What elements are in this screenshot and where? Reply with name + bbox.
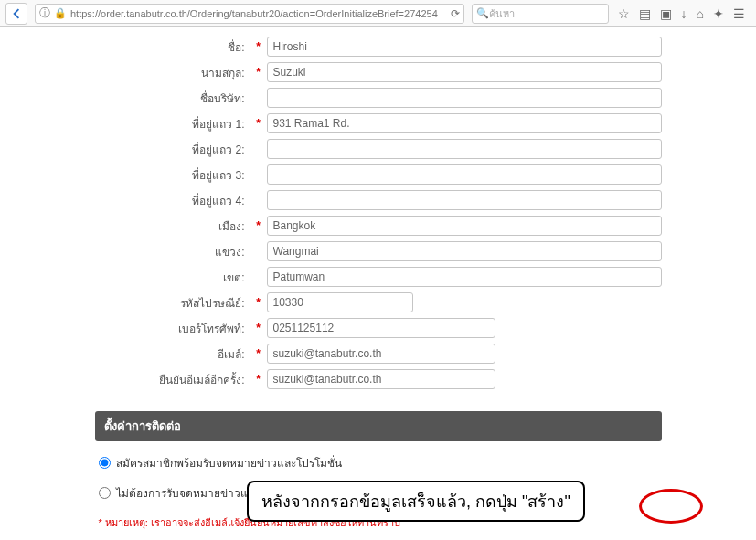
label-surname: นามสกุล:	[95, 64, 250, 81]
reload-icon[interactable]: ⟳	[451, 7, 460, 20]
area-input[interactable]	[267, 267, 662, 287]
name-input[interactable]	[267, 37, 662, 57]
url-text: https://order.tanabutr.co.th/Ordering/ta…	[70, 8, 447, 19]
home-icon[interactable]: ⌂	[697, 6, 704, 21]
addon-icon[interactable]: ✦	[713, 6, 724, 21]
addr1-input[interactable]	[267, 113, 662, 133]
menu-icon[interactable]: ☰	[733, 6, 745, 21]
page-content: ชื่อ: * นามสกุล: * ชื่อบริษัท: ที่อยู่แถ…	[0, 27, 756, 540]
arrow-left-icon	[11, 8, 22, 19]
confirm-email-input[interactable]	[267, 369, 495, 389]
shield-icon[interactable]: ▣	[660, 6, 672, 21]
callout-text: หลังจากกรอกข้อมูลเสร็จแล้ว, กดปุ่ม "สร้า…	[247, 481, 585, 522]
required-mark: *	[254, 296, 263, 309]
addr2-input[interactable]	[267, 139, 662, 159]
city-input[interactable]	[267, 216, 662, 236]
search-icon: 🔍	[476, 7, 489, 19]
pocket-icon[interactable]: ▤	[639, 6, 651, 21]
addr3-input[interactable]	[267, 164, 662, 185]
required-mark: *	[254, 373, 263, 386]
label-name: ชื่อ:	[95, 38, 250, 56]
label-addr3: ที่อยู่แถว 3:	[95, 166, 250, 184]
required-mark: *	[254, 347, 263, 360]
browser-toolbar: ⓘ 🔒 https://order.tanabutr.co.th/Orderin…	[0, 0, 756, 27]
label-area: เขต:	[95, 269, 250, 286]
label-email: อีเมล์:	[95, 345, 250, 363]
email-input[interactable]	[267, 344, 495, 364]
phone-input[interactable]	[267, 318, 495, 338]
label-phone: เบอร์โทรศัพท์:	[95, 320, 250, 337]
label-addr2: ที่อยู่แถว 2:	[95, 141, 250, 158]
required-mark: *	[254, 66, 263, 79]
label-postcode: รหัสไปรษณีย์:	[95, 294, 250, 312]
label-city: เมือง:	[95, 217, 250, 235]
browser-search[interactable]: 🔍 ค้นหา	[472, 4, 609, 24]
downloads-icon[interactable]: ↓	[681, 6, 687, 21]
contact-opt1-radio[interactable]	[99, 457, 111, 469]
required-mark: *	[254, 40, 263, 53]
label-confirm-email: ยืนยันอีเมล์อีกครั้ง:	[95, 371, 250, 388]
callout-overlay: หลังจากกรอกข้อมูลเสร็จแล้ว, กดปุ่ม "สร้า…	[247, 481, 585, 522]
label-company: ชื่อบริษัท:	[95, 90, 250, 107]
postcode-input[interactable]	[267, 292, 413, 312]
required-mark: *	[254, 219, 263, 232]
label-district: แขวง:	[95, 243, 250, 260]
bookmark-icon[interactable]: ☆	[618, 6, 630, 21]
toolbar-icons: ☆ ▤ ▣ ↓ ⌂ ✦ ☰	[612, 6, 751, 21]
label-addr4: ที่อยู่แถว 4:	[95, 192, 250, 209]
url-bar[interactable]: ⓘ 🔒 https://order.tanabutr.co.th/Orderin…	[35, 4, 464, 24]
label-addr1: ที่อยู่แถว 1:	[95, 115, 250, 132]
required-mark: *	[254, 117, 263, 130]
contact-opt2-radio[interactable]	[99, 487, 111, 499]
back-nav-button[interactable]	[5, 3, 27, 25]
lock-icon: 🔒	[54, 7, 67, 19]
contact-opt1-label: สมัครสมาชิกพร้อมรับจดหมายข่าวและโปรโมชั่…	[116, 454, 342, 471]
section-title: ตั้งค่าการติดต่อ	[95, 411, 662, 441]
district-input[interactable]	[267, 241, 662, 261]
addr4-input[interactable]	[267, 190, 662, 210]
required-mark: *	[254, 322, 263, 334]
surname-input[interactable]	[267, 62, 662, 82]
info-icon: ⓘ	[39, 5, 50, 21]
company-input[interactable]	[267, 88, 662, 108]
